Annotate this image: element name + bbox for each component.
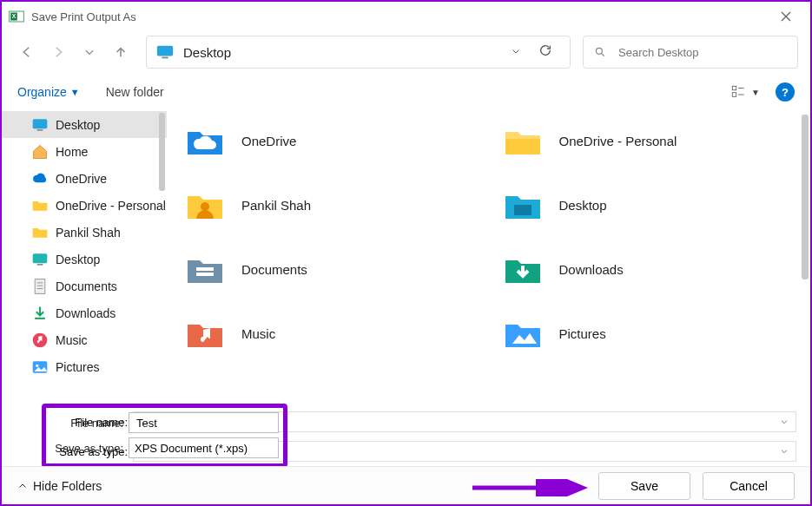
desktop-folder-icon (502, 184, 544, 226)
close-icon (781, 11, 791, 22)
window-title: Save Print Output As (31, 10, 136, 23)
folder-music[interactable]: Music (184, 312, 476, 354)
sidebar-item-pictures[interactable]: Pictures (2, 353, 167, 380)
sidebar-item-documents[interactable]: Documents (2, 273, 167, 299)
downloads-folder-icon (502, 248, 544, 290)
nav-row: Desktop (2, 31, 810, 73)
sidebar-item-label: Documents (56, 279, 117, 293)
close-button[interactable] (769, 3, 803, 30)
sidebar-item-label: OneDrive (56, 172, 107, 186)
sidebar-item-downloads[interactable]: Downloads (2, 299, 167, 326)
folder-onedrive-personal[interactable]: OneDrive - Personal (502, 120, 794, 161)
file-name-input[interactable] (129, 412, 279, 433)
footer: Hide Folders Save Cancel (2, 466, 810, 504)
chevron-up-icon (17, 481, 28, 491)
address-location: Desktop (183, 45, 502, 60)
desktop-icon (155, 43, 175, 62)
save-button[interactable]: Save (598, 472, 690, 500)
file-name-label-inner: File name: (50, 417, 129, 430)
sidebar-item-onedrive-personal[interactable]: OneDrive - Personal (2, 192, 167, 219)
view-options-button[interactable]: ▼ (730, 84, 760, 100)
organize-button[interactable]: Organize (17, 85, 67, 99)
svg-point-22 (201, 202, 209, 211)
folder-onedrive[interactable]: OneDrive (184, 120, 476, 161)
address-bar[interactable]: Desktop (146, 36, 571, 69)
cancel-button[interactable]: Cancel (703, 472, 795, 500)
folder-label: Pankil Shah (241, 198, 311, 213)
help-button[interactable]: ? (776, 82, 795, 102)
sidebar-item-label: Home (56, 145, 88, 159)
hide-folders-button[interactable]: Hide Folders (17, 479, 102, 493)
sidebar-item-music[interactable]: Music (2, 326, 167, 353)
svg-rect-12 (33, 253, 48, 263)
docs-folder-icon (184, 248, 226, 290)
svg-rect-7 (732, 93, 736, 97)
svg-rect-11 (37, 129, 43, 131)
sidebar-item-desktop[interactable]: Desktop (2, 111, 167, 138)
folder-downloads[interactable]: Downloads (502, 248, 794, 290)
sidebar-item-home[interactable]: Home (2, 138, 167, 165)
doc-icon (31, 278, 49, 295)
cloud-icon (31, 170, 49, 187)
save-type-label-inner: Save as type: (50, 442, 129, 455)
sidebar-item-label: Downloads (56, 306, 116, 320)
excel-icon: X (9, 9, 24, 24)
save-type-input[interactable]: XPS Document (*.xps) (129, 437, 279, 458)
folder-y-big-icon (502, 120, 544, 161)
address-dropdown[interactable] (502, 44, 530, 60)
organize-dropdown-icon[interactable]: ▼ (70, 87, 80, 97)
svg-rect-10 (33, 119, 48, 128)
refresh-button[interactable] (530, 43, 561, 61)
up-button[interactable] (108, 39, 134, 65)
search-icon (594, 45, 606, 59)
folder-grid: OneDriveOneDrive - PersonalPankil ShahDe… (167, 111, 810, 402)
sidebar-scrollbar[interactable] (159, 113, 165, 191)
folder-y-icon (31, 197, 49, 214)
sidebar: DesktopHomeOneDriveOneDrive - PersonalPa… (2, 111, 167, 402)
sidebar-item-label: Pankil Shah (56, 226, 121, 240)
folder-label: Pictures (559, 326, 606, 341)
toolbar: Organize ▼ New folder ▼ ? (2, 73, 810, 111)
svg-point-21 (36, 364, 38, 366)
folder-label: OneDrive (241, 134, 296, 148)
svg-rect-25 (196, 273, 214, 276)
sidebar-item-onedrive[interactable]: OneDrive (2, 165, 167, 192)
view-icon (730, 84, 746, 100)
folder-label: Documents (241, 262, 307, 277)
desktop-teal-icon (31, 251, 49, 268)
music-folder-icon (184, 312, 226, 354)
recent-button[interactable] (76, 39, 102, 65)
search-field[interactable] (617, 45, 787, 60)
sidebar-item-pankil-shah[interactable]: Pankil Shah (2, 219, 167, 246)
sidebar-item-desktop[interactable]: Desktop (2, 246, 167, 273)
pictures-icon (31, 358, 49, 376)
home-icon (31, 143, 49, 161)
folder-pictures[interactable]: Pictures (502, 312, 794, 354)
pictures-folder-icon (502, 312, 544, 354)
folder-label: OneDrive - Personal (559, 134, 677, 148)
svg-rect-6 (732, 86, 736, 90)
sidebar-item-label: Pictures (56, 360, 100, 374)
highlight-annotation: File name: Save as type: XPS Document (*… (42, 404, 287, 468)
music-icon (31, 332, 49, 349)
user-folder-icon (184, 184, 226, 226)
fields-area: File name: Save as type: File name: Save… (2, 402, 810, 466)
svg-rect-14 (35, 279, 45, 293)
folder-documents[interactable]: Documents (184, 248, 476, 290)
sidebar-item-label: Desktop (56, 118, 100, 132)
back-button[interactable] (14, 39, 40, 65)
save-dialog: X Save Print Output As Desktop Organize … (0, 0, 812, 506)
titlebar: X Save Print Output As (2, 2, 810, 31)
svg-rect-13 (37, 264, 43, 266)
folder-desktop[interactable]: Desktop (502, 184, 794, 226)
search-input[interactable] (583, 36, 798, 69)
sidebar-item-label: OneDrive - Personal (56, 199, 166, 213)
new-folder-button[interactable]: New folder (106, 85, 164, 99)
forward-button[interactable] (45, 39, 71, 65)
svg-text:X: X (12, 13, 17, 19)
svg-point-5 (596, 48, 602, 54)
folder-pankil-shah[interactable]: Pankil Shah (184, 184, 476, 226)
folder-y-icon (31, 224, 49, 241)
grid-scrollbar[interactable] (802, 115, 809, 279)
sidebar-item-label: Desktop (56, 253, 100, 266)
